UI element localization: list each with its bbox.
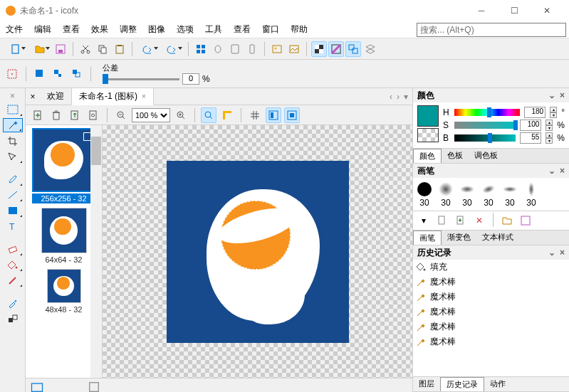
tolerance-value[interactable]: 0	[182, 73, 199, 85]
brush-menu-button[interactable]: ▾	[416, 213, 432, 228]
slider-thumb[interactable]	[103, 74, 108, 84]
menu-help[interactable]: 帮助	[285, 21, 313, 38]
bri-slider[interactable]	[454, 134, 516, 142]
menu-tools[interactable]: 工具	[199, 21, 228, 38]
save-button[interactable]	[53, 41, 68, 57]
brush-preset[interactable]: 30	[416, 181, 433, 208]
menu-file[interactable]: 文件	[0, 21, 28, 38]
brush-save-button[interactable]	[518, 213, 533, 228]
tolerance-slider[interactable]	[103, 78, 179, 80]
tab-color[interactable]: 颜色	[413, 149, 442, 163]
select-add-button[interactable]	[32, 66, 48, 82]
select-sub-button[interactable]	[51, 66, 66, 82]
menu-effects[interactable]: 效果	[85, 21, 114, 38]
tab-gradient[interactable]: 渐变色	[442, 231, 476, 245]
paste-button[interactable]	[112, 41, 127, 57]
tab-close-icon[interactable]: ×	[142, 92, 146, 100]
tab-layers[interactable]: 图层	[413, 377, 440, 391]
panel-close-icon[interactable]: ×	[560, 166, 565, 176]
fill-tool[interactable]	[3, 258, 23, 272]
magic-wand-tool[interactable]	[3, 118, 23, 132]
canvas-area[interactable]	[103, 125, 412, 378]
tab-welcome[interactable]: 欢迎	[40, 88, 71, 105]
history-item[interactable]: 魔术棒	[413, 319, 569, 334]
history-item[interactable]: 填充	[413, 260, 569, 275]
brush-preset[interactable]: 30	[501, 181, 518, 208]
platform-android-button[interactable]	[227, 41, 243, 57]
gradient-tool[interactable]	[3, 273, 23, 287]
zoom-in-button[interactable]	[173, 107, 189, 123]
brush-delete-button[interactable]: ✕	[471, 213, 487, 228]
tab-mixer[interactable]: 调色板	[469, 149, 503, 163]
size-up-button[interactable]	[67, 107, 83, 123]
wand-mode-button[interactable]	[4, 66, 20, 82]
brush-new-button[interactable]	[434, 213, 450, 228]
copy-button[interactable]	[95, 41, 110, 57]
bounds-button[interactable]	[345, 41, 361, 57]
s-spinner[interactable]: ▴▾	[545, 120, 553, 131]
tab-history[interactable]: 历史记录	[440, 377, 484, 391]
select-int-button[interactable]	[69, 66, 85, 82]
thumbnail-scrollbar[interactable]	[90, 125, 102, 378]
platform-apple-button[interactable]	[210, 41, 226, 57]
cut-button[interactable]	[78, 41, 93, 57]
tabs-close-icon[interactable]: ×	[26, 92, 40, 102]
canvas[interactable]	[167, 161, 349, 343]
delete-size-button[interactable]	[48, 107, 64, 123]
line-tool[interactable]	[3, 188, 23, 202]
menu-view[interactable]: 查看	[57, 21, 85, 38]
hue-slider[interactable]	[454, 109, 520, 116]
foreground-color-swatch[interactable]	[417, 105, 439, 127]
menu-window[interactable]: 窗口	[256, 21, 285, 38]
history-item[interactable]: 魔术棒	[413, 304, 569, 319]
history-item[interactable]: 魔术棒	[413, 290, 569, 304]
eraser-tool[interactable]	[3, 242, 23, 256]
tab-swatches[interactable]: 色板	[442, 149, 469, 163]
platform-mobile-button[interactable]	[244, 41, 260, 57]
h-spinner[interactable]: ▴▾	[550, 107, 557, 118]
tab-document[interactable]: 未命名-1 (图标)×	[71, 88, 154, 105]
grid-button[interactable]	[247, 107, 263, 123]
history-item[interactable]: 魔术棒	[413, 334, 569, 349]
layers-icon-button[interactable]	[362, 41, 378, 57]
menu-options[interactable]: 选项	[171, 21, 199, 38]
panel-menu-icon[interactable]: ⌄	[548, 248, 555, 258]
eyedropper-tool[interactable]	[3, 296, 23, 310]
tab-textstyle[interactable]: 文本样式	[476, 231, 519, 245]
size-settings-button[interactable]	[85, 107, 101, 123]
zoom-select[interactable]: 100 %	[132, 108, 170, 122]
brush-add-button[interactable]	[453, 213, 469, 228]
panel-menu-icon[interactable]: ⌄	[548, 166, 555, 176]
sat-slider[interactable]	[454, 122, 516, 129]
new-button[interactable]	[4, 41, 27, 57]
menu-edit[interactable]: 编辑	[28, 21, 57, 38]
add-size-button[interactable]	[30, 107, 46, 123]
brush-tool[interactable]	[3, 172, 23, 186]
background-color-swatch[interactable]	[417, 128, 439, 142]
rectangle-tool[interactable]	[3, 203, 23, 218]
minimize-button[interactable]: ─	[465, 0, 498, 21]
checker-button[interactable]	[311, 41, 327, 57]
tab-brush[interactable]: 画笔	[413, 231, 442, 245]
history-item[interactable]: 魔术棒	[413, 275, 569, 290]
zoom-out-button[interactable]	[113, 107, 129, 123]
panel-close-icon[interactable]: ×	[560, 248, 565, 258]
image-button[interactable]	[269, 41, 285, 57]
color-swap-tool[interactable]	[3, 312, 23, 326]
s-value[interactable]: 100	[520, 120, 541, 131]
tab-next[interactable]: ›	[397, 92, 400, 102]
undo-button[interactable]	[137, 41, 160, 57]
panel-close-icon[interactable]: ×	[560, 90, 565, 100]
move-tool[interactable]	[3, 149, 23, 164]
b-spinner[interactable]: ▴▾	[545, 132, 553, 144]
thumbnail-item[interactable]: 64x64 - 32	[32, 208, 96, 265]
brush-preset[interactable]: 30	[523, 181, 540, 208]
h-value[interactable]: 180	[524, 107, 545, 118]
tab-prev[interactable]: ‹	[390, 92, 392, 102]
menu-view2[interactable]: 查看	[228, 21, 256, 38]
redo-button[interactable]	[161, 41, 184, 57]
menu-image[interactable]: 图像	[142, 21, 171, 38]
brush-preset[interactable]: 30	[437, 181, 454, 208]
guide-button[interactable]	[284, 107, 300, 123]
brush-open-button[interactable]	[499, 213, 515, 228]
